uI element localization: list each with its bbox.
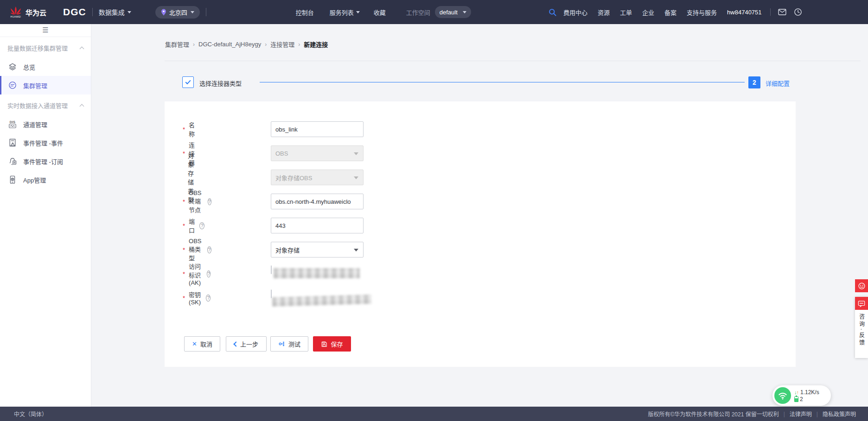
required-asterisk: * [183,246,185,253]
feedback-vertical-label[interactable]: 咨询·反馈 [858,314,866,347]
help-icon[interactable]: ? [207,246,211,253]
field-label: * 密钥(SK) ? [183,290,211,306]
nav-billing[interactable]: 费用中心 [563,8,587,17]
brand-name[interactable]: 华为云 [26,7,46,17]
help-icon[interactable]: ? [207,270,211,277]
nav-favorites[interactable]: 收藏 [374,8,386,17]
required-asterisk: * [183,222,185,229]
sidebar-item-app-management[interactable]: App管理 [0,170,91,189]
bucket-type-select[interactable]: 对象存储 [271,242,364,258]
sidebar-item-label: 总览 [23,63,35,71]
redaction-mosaic [272,295,371,307]
previous-label: 上一步 [240,339,258,348]
sidebar-item-channel-management[interactable]: DIS 通道管理 [0,115,91,133]
cancel-button[interactable]: ✕ 取消 [184,336,220,352]
chevron-down-icon [354,176,358,179]
help-icon[interactable]: ? [206,295,211,302]
battery-count: 2 [800,396,803,402]
nav-tickets[interactable]: 工单 [620,8,632,17]
previous-step-button[interactable]: 上一步 [226,336,267,352]
nav-console[interactable]: 控制台 [296,8,314,17]
chevron-down-icon [356,11,360,13]
battery-icon [794,396,798,402]
location-pin-icon [161,9,166,16]
nav-support[interactable]: 支持与服务 [687,8,717,17]
search-icon[interactable] [548,8,557,17]
obs-endpoint-input[interactable] [271,194,364,209]
sidebar-collapse-button[interactable]: ☰ [0,24,91,37]
sidebar-item-label: 事件管理 -事件 [23,138,63,147]
select-value: OBS [275,150,288,157]
required-asterisk: * [183,295,185,302]
product-name[interactable]: DGC [63,6,86,18]
label-text: 名称 [189,120,195,138]
divider: | [817,411,818,417]
help-icon[interactable]: ? [208,198,211,205]
step1-checkbox[interactable] [182,76,194,88]
sidebar-item-overview[interactable]: 总览 [0,57,91,76]
breadcrumb-cluster-management[interactable]: 集群管理 [165,40,189,49]
sidebar-item-label: 集群管理 [23,81,47,90]
suite-label: 数据集成 [99,7,125,17]
chevron-left-icon [233,341,238,346]
consult-chat-button[interactable] [855,297,868,310]
layers-icon [7,62,18,72]
app-phone-icon [7,175,18,185]
breadcrumb: 集群管理 › DGC-default_AjH8eygy › 连接管理 › 新建连… [165,40,328,49]
sidebar-item-cluster-management[interactable]: 集群管理 [0,76,91,94]
region-label: 北京四 [169,8,187,17]
label-text: OBS桶类型 [189,238,204,262]
label-text: 端口 [189,217,197,234]
secret-key-input[interactable] [271,289,272,298]
legal-notice-link[interactable]: 法律声明 [790,410,812,418]
logo-subtext: HUAWEI [11,15,21,18]
divider [92,8,93,16]
sidebar-group-realtime-ingestion[interactable]: 实时数据接入通道管理 [0,97,91,115]
sidebar: ☰ 批量数据迁移集群管理 总览 集群管理 实时数据接入通道管理 [0,24,91,407]
breadcrumb-cluster-name[interactable]: DGC-default_AjH8eygy [198,41,261,48]
breadcrumb-link-management[interactable]: 连接管理 [270,40,294,49]
test-button[interactable]: 测试 [270,336,308,352]
mail-icon[interactable] [778,8,786,16]
username[interactable]: hw84740751 [727,9,761,16]
footer: 中文（简体） 版权所有©华为软件技术有限公司 2021 保留一切权利 | 法律声… [0,407,868,421]
nav-icp[interactable]: 备案 [664,8,677,17]
language-selector[interactable]: 中文（简体） [14,410,47,418]
huawei-logo[interactable]: HUAWEI [10,6,21,18]
access-key-input[interactable] [271,265,272,274]
label-text: 密钥(SK) [189,290,203,306]
suite-menu[interactable]: 数据集成 [99,7,131,17]
breadcrumb-separator: › [298,41,300,48]
sidebar-group-batch-migration[interactable]: 批量数据迁移集群管理 [0,40,91,57]
chat-bubble-icon [858,300,865,307]
port-input[interactable] [271,218,364,233]
save-button[interactable]: 保存 [313,336,351,352]
network-monitor[interactable]: ↓↑ 1.12K/s 2 [772,385,831,406]
chevron-down-icon [354,249,358,251]
chevron-up-icon [80,47,84,51]
chevron-down-icon [354,152,358,155]
step1-label: 选择连接器类型 [199,79,242,88]
nav-enterprise[interactable]: 企业 [642,8,654,17]
help-icon[interactable]: ? [199,222,204,229]
workspace-label: 工作空间 [406,8,430,17]
name-input[interactable] [271,121,364,137]
satisfaction-survey-button[interactable] [855,279,868,292]
select-value: 对象存储OBS [275,173,312,182]
cancel-label: 取消 [200,339,212,348]
history-clock-icon[interactable] [794,8,802,16]
sidebar-item-event-management-subscriptions[interactable]: 事件管理 -订阅 [0,152,91,170]
workspace-selector[interactable]: default [435,6,471,18]
region-selector[interactable]: 北京四 [155,6,200,19]
divider: | [784,411,785,417]
privacy-policy-link[interactable]: 隐私政策声明 [823,410,856,418]
close-icon: ✕ [192,340,197,347]
step2-label[interactable]: 详细配置 [766,79,790,88]
smiley-icon [858,282,866,290]
field-label: * OBS桶类型 ? [183,242,211,258]
nav-service-list[interactable]: 服务列表 [330,8,360,17]
field-label: * OBS终端节点 ? [183,194,211,209]
dis-icon-text: DIS [10,120,16,124]
nav-resources[interactable]: 资源 [598,8,610,17]
sidebar-item-event-management-events[interactable]: 事件管理 -事件 [0,133,91,152]
